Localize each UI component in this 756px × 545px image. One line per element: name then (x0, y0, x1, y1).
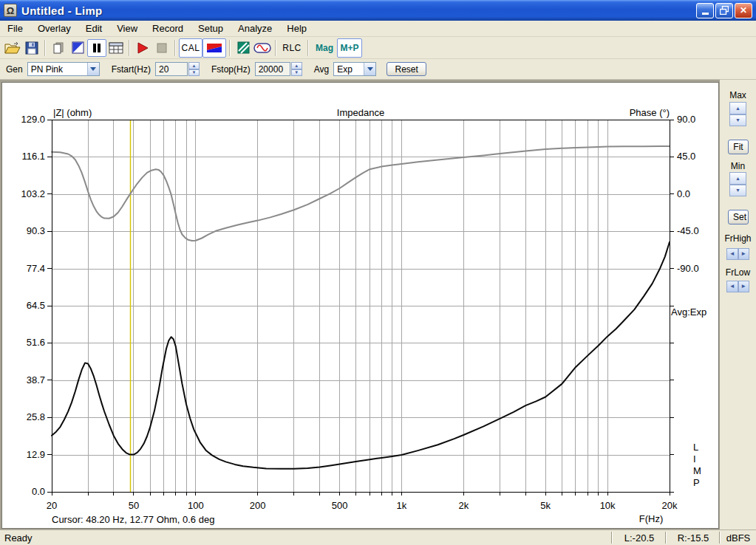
max-spinner[interactable]: ▲▼ (729, 102, 746, 126)
minimize-icon (702, 13, 709, 15)
right-axis-title: Phase (°) (630, 107, 670, 118)
impedance-chart: 129.0116.1103.290.377.464.551.638.725.81… (2, 83, 718, 528)
magnitude-view-button[interactable]: Mag (312, 39, 337, 57)
menu-edit[interactable]: Edit (78, 21, 109, 35)
avg-mode-annotation: Avg:Exp (671, 306, 706, 318)
status-right-level: R:-15.5 (669, 532, 718, 544)
min-spinner[interactable]: ▲▼ (729, 172, 746, 196)
save-button[interactable] (22, 39, 41, 57)
statusbar-separator (665, 532, 667, 544)
record-start-button[interactable] (133, 39, 152, 57)
x-axis-tick-label: 100 (188, 500, 204, 511)
arrow-right-icon[interactable]: ► (738, 281, 750, 292)
document-icon (52, 41, 65, 55)
spin-up-icon[interactable]: ▲ (729, 172, 746, 185)
spin-up-icon[interactable]: ▲ (188, 62, 200, 69)
floppy-disk-icon (25, 41, 38, 55)
reset-button[interactable]: Reset (386, 62, 426, 76)
avg-label: Avg (314, 64, 329, 75)
limp-application-window: Ω Untitled - Limp ✕ File Overlay Edit Vi… (0, 0, 756, 545)
fstop-input[interactable] (255, 62, 290, 76)
close-icon: ✕ (740, 5, 747, 16)
main-toolbar: CAL RLC Mag (0, 37, 756, 59)
pause-icon (92, 43, 102, 53)
limp-logo-letter: P (693, 477, 700, 488)
combo-dropdown-button[interactable] (87, 63, 99, 75)
scale-setup-button[interactable] (68, 39, 87, 57)
left-axis-tick-label: 103.2 (21, 188, 45, 199)
generator-setup-button[interactable] (253, 39, 272, 57)
chevron-down-icon (367, 67, 373, 71)
menu-setup[interactable]: Setup (191, 21, 231, 35)
set-button[interactable]: Set (728, 210, 749, 224)
fstart-input[interactable] (155, 62, 188, 76)
fstop-spinner[interactable]: ▲▼ (291, 62, 302, 76)
spin-up-icon[interactable]: ▲ (291, 62, 302, 69)
generator-type-value: PN Pink (28, 63, 66, 75)
scale-control-panel: Max ▲▼ Fit Min ▲▼ Set FrHigh ◄► FrLow ◄► (720, 80, 756, 529)
mp-label: M+P (338, 43, 362, 53)
combo-dropdown-button[interactable] (364, 63, 375, 75)
copy-window-button[interactable] (49, 39, 68, 57)
minimize-button[interactable] (696, 3, 714, 18)
limp-logo-letter: M (693, 465, 701, 476)
spin-down-icon[interactable]: ▼ (729, 114, 746, 127)
signal-generator-toggle-button[interactable] (202, 38, 226, 58)
status-ready: Ready (4, 532, 33, 544)
menu-file[interactable]: File (0, 21, 30, 35)
fit-button[interactable]: Fit (728, 140, 749, 154)
sine-wave-icon (253, 42, 271, 54)
rlc-analyze-button[interactable]: RLC (279, 39, 304, 57)
menu-help[interactable]: Help (279, 21, 314, 35)
statusbar-separator (719, 532, 721, 544)
table-view-button[interactable] (106, 39, 126, 57)
x-axis-tick-label: 50 (129, 500, 139, 511)
toolbar-separator (174, 40, 176, 56)
work-area: 129.0116.1103.290.377.464.551.638.725.81… (0, 80, 756, 529)
toolbar-separator (275, 40, 276, 56)
magnitude-phase-view-button[interactable]: M+P (337, 38, 362, 58)
left-axis-tick-label: 12.9 (27, 449, 45, 460)
left-axis-tick-label: 38.7 (27, 374, 45, 385)
pause-button[interactable] (87, 39, 106, 57)
arrow-right-icon[interactable]: ► (738, 248, 750, 260)
frlow-adjust[interactable]: ◄► (726, 281, 749, 292)
menu-analyze[interactable]: Analyze (231, 21, 279, 35)
gen-label: Gen (6, 64, 23, 75)
overlay-button[interactable] (234, 39, 253, 57)
spin-up-icon[interactable]: ▲ (729, 102, 746, 114)
restore-button[interactable] (715, 3, 733, 18)
left-axis-tick-label: 90.3 (27, 225, 45, 236)
right-axis-tick-label: -90.0 (677, 263, 699, 274)
cal-label: CAL (179, 43, 203, 53)
spin-down-icon[interactable]: ▼ (291, 69, 302, 77)
record-stop-button[interactable] (152, 39, 171, 57)
spin-down-icon[interactable]: ▼ (729, 185, 746, 197)
generator-type-select[interactable]: PN Pink (27, 62, 100, 76)
x-axis-tick-label: 200 (250, 500, 266, 511)
chart-title: Impedance (337, 107, 384, 118)
app-icon[interactable]: Ω (4, 4, 17, 17)
arrow-left-icon[interactable]: ◄ (726, 281, 738, 292)
averaging-value: Exp (334, 63, 355, 75)
fstart-spinner[interactable]: ▲▼ (188, 62, 200, 76)
left-axis-tick-label: 51.6 (27, 337, 45, 348)
menu-overlay[interactable]: Overlay (30, 21, 78, 35)
statusbar-separator (611, 532, 613, 544)
right-axis-tick-label: 90.0 (677, 114, 695, 125)
title-bar: Ω Untitled - Limp ✕ (0, 0, 756, 21)
open-file-button[interactable] (3, 39, 22, 57)
table-grid-icon (109, 42, 123, 54)
menu-view[interactable]: View (109, 21, 145, 35)
spin-down-icon[interactable]: ▼ (188, 69, 200, 77)
close-button[interactable]: ✕ (735, 3, 752, 18)
averaging-select[interactable]: Exp (333, 62, 376, 76)
left-axis-tick-label: 25.8 (27, 411, 45, 422)
menu-bar: File Overlay Edit View Record Setup Anal… (0, 21, 756, 37)
left-axis-tick-label: 116.1 (21, 151, 45, 162)
calibrate-button[interactable]: CAL (179, 38, 202, 58)
menu-record[interactable]: Record (145, 21, 191, 35)
left-axis-title: |Z| (ohm) (53, 107, 92, 118)
frhigh-adjust[interactable]: ◄► (726, 248, 749, 260)
arrow-left-icon[interactable]: ◄ (726, 248, 738, 260)
